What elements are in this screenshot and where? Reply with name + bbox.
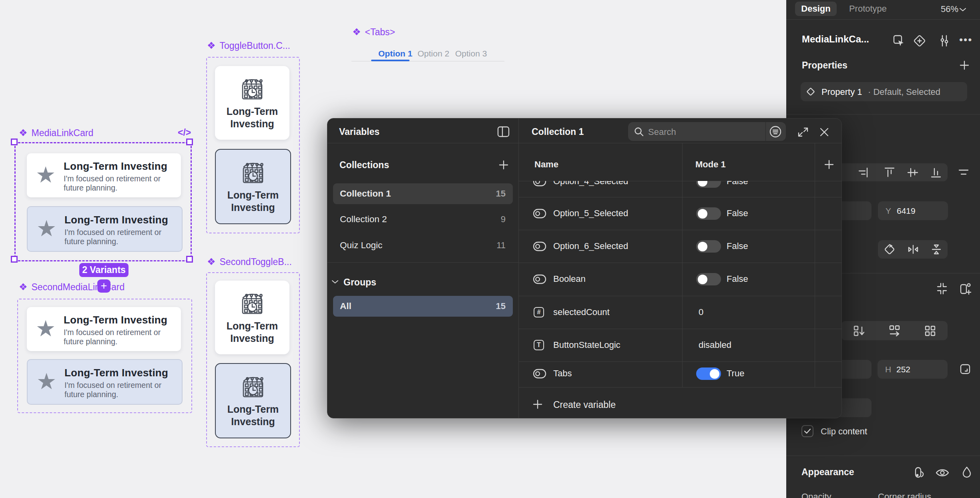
filter-icon[interactable]: [769, 125, 782, 138]
flip-horizontal-icon[interactable]: [908, 244, 919, 255]
vertical-layout-icon[interactable]: [853, 325, 866, 337]
media-card-desc: I'm focused on retirement or future plan…: [64, 228, 183, 246]
toggle-sidebar-icon[interactable]: [497, 126, 510, 138]
component-label-second-toggle[interactable]: ❖SecondToggleB...: [207, 256, 292, 267]
collection-title[interactable]: Collection 1: [532, 127, 584, 137]
tab-design[interactable]: Design: [795, 2, 837, 16]
collection-item[interactable]: Collection 1 15: [333, 183, 513, 204]
property-pill[interactable]: Property 1 · Default, Selected: [801, 82, 967, 101]
opacity-label: Opacity: [801, 492, 831, 498]
component-diamond-icon: ❖: [207, 40, 216, 51]
media-card-selected[interactable]: ★ Long-Term Investing I'm focused on ret…: [27, 206, 183, 252]
horizontal-layout-icon[interactable]: [888, 325, 901, 337]
toggle-off[interactable]: [696, 181, 721, 188]
calendar-clock-icon: [241, 161, 265, 185]
align-bottom-icon[interactable]: [931, 167, 941, 178]
toggle-card-default[interactable]: Long-Term Investing: [215, 281, 289, 354]
y-value: 6419: [897, 206, 916, 216]
selection-handle[interactable]: [186, 256, 193, 263]
toggle-card-text: Long-Term Investing: [220, 320, 284, 345]
close-icon[interactable]: [819, 127, 830, 138]
toggle-off[interactable]: [696, 240, 721, 253]
media-card-title: Long-Term Investing: [64, 314, 167, 326]
resize-to-fit-icon[interactable]: [959, 363, 971, 375]
clip-content-checkbox[interactable]: [801, 425, 813, 437]
star-icon: ★: [36, 164, 56, 186]
group-item-all[interactable]: All 15: [333, 296, 513, 317]
toggle-on[interactable]: [696, 367, 721, 380]
calendar-clock-icon: [240, 292, 264, 316]
selection-title: MediaLinkCa...: [802, 34, 869, 45]
search-input[interactable]: [647, 122, 749, 142]
styles-variables-icon[interactable]: [914, 466, 926, 479]
media-card-selected[interactable]: ★ Long-Term Investing I'm focused on ret…: [27, 359, 183, 405]
collection-count: 15: [496, 189, 506, 199]
selection-handle[interactable]: [11, 139, 18, 145]
blend-droplet-icon[interactable]: [962, 466, 972, 478]
tab-prototype[interactable]: Prototype: [846, 2, 890, 16]
transform-group: [878, 240, 948, 259]
media-card-title: Long-Term Investing: [64, 160, 167, 173]
variable-value[interactable]: 0: [699, 307, 703, 317]
align-top-icon[interactable]: [884, 167, 895, 178]
distribute-menu-icon[interactable]: [958, 167, 970, 178]
tab-option-2[interactable]: Option 2: [418, 49, 449, 58]
add-property-icon[interactable]: [959, 60, 970, 70]
calendar-clock-icon: [241, 375, 265, 399]
media-card-desc: I'm focused on retirement or future plan…: [64, 381, 183, 399]
selection-handle[interactable]: [11, 256, 18, 263]
column-header-name[interactable]: Name: [534, 159, 558, 170]
groups-chevron-icon[interactable]: [331, 279, 339, 284]
component-diamond-icon: ❖: [19, 127, 28, 138]
toggle-off[interactable]: [696, 273, 721, 285]
zoom-level[interactable]: 56%: [941, 4, 958, 14]
selection-handle[interactable]: [186, 139, 193, 145]
media-card-default[interactable]: ★ Long-Term Investing I'm focused on ret…: [27, 153, 181, 197]
chevron-down-icon[interactable]: [959, 7, 966, 12]
calendar-clock-icon: [240, 77, 264, 101]
media-card-default[interactable]: ★ Long-Term Investing I'm focused on ret…: [27, 307, 181, 351]
component-diamond-plus-icon[interactable]: [914, 35, 926, 47]
column-header-mode[interactable]: Mode 1: [695, 159, 726, 170]
y-label: Y: [886, 206, 897, 216]
variable-value[interactable]: disabled: [699, 340, 731, 350]
component-label-tabs[interactable]: ❖<Tabs>: [352, 26, 395, 38]
add-auto-layout-icon[interactable]: [959, 282, 971, 295]
rotate-icon[interactable]: [884, 244, 895, 255]
h-field[interactable]: H 252: [878, 360, 948, 379]
collection-item[interactable]: Collection 2 9: [333, 209, 513, 230]
collections-header: Collections: [339, 160, 389, 171]
collection-item[interactable]: Quiz Logic 11: [333, 235, 513, 256]
tab-option-3[interactable]: Option 3: [455, 49, 487, 58]
more-options-icon[interactable]: •••: [959, 34, 972, 46]
component-label-toggle-button[interactable]: ❖ToggleButton.C...: [207, 40, 290, 51]
boolean-variable-icon: [533, 181, 546, 187]
tab-option-1[interactable]: Option 1: [378, 49, 412, 58]
add-mode-icon[interactable]: [824, 159, 834, 170]
y-field[interactable]: Y 6419: [878, 201, 948, 220]
dev-mode-icon[interactable]: </>: [178, 127, 191, 138]
check-icon: [804, 428, 811, 434]
collection-count: 9: [501, 214, 506, 225]
appearance-header: Appearance: [801, 467, 854, 478]
eye-icon[interactable]: [935, 468, 950, 478]
expand-modal-icon[interactable]: [797, 126, 809, 138]
toggle-card-default[interactable]: Long-Term Investing: [215, 66, 289, 140]
clip-content-label[interactable]: Clip content: [821, 426, 867, 437]
shrink-layout-icon[interactable]: [936, 283, 948, 295]
modal-title: Variables: [339, 127, 380, 137]
wrap-layout-icon[interactable]: [924, 325, 936, 337]
plus-icon: [532, 399, 543, 410]
h-value: 252: [896, 365, 910, 374]
toggle-card-selected[interactable]: Long-Term Investing: [215, 363, 291, 438]
align-middle-icon[interactable]: [907, 167, 918, 178]
add-variant-button[interactable]: +: [97, 279, 110, 293]
add-collection-icon[interactable]: [498, 160, 509, 170]
toggle-card-selected[interactable]: Long-Term Investing: [215, 149, 291, 224]
swap-instance-icon[interactable]: [893, 35, 906, 47]
flip-vertical-icon[interactable]: [931, 244, 942, 255]
toggle-off[interactable]: [696, 207, 721, 220]
sliders-icon[interactable]: [939, 35, 950, 47]
component-label-media-link-card[interactable]: ❖MediaLinkCard: [19, 127, 93, 139]
group-count: 15: [496, 301, 506, 311]
